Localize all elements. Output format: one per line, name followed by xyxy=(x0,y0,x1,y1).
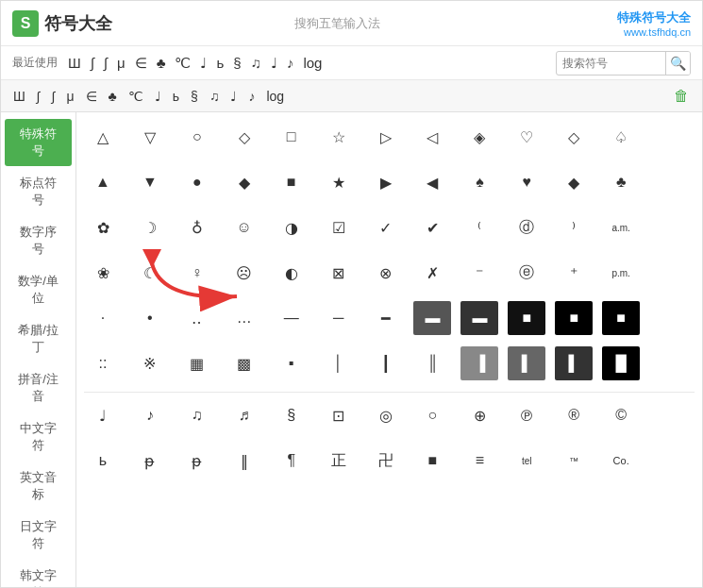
symbol-cell[interactable]: ь xyxy=(84,444,122,478)
recent-sym[interactable]: ℃ xyxy=(172,54,193,73)
symbol-cell[interactable]: ※ xyxy=(131,346,169,380)
symbol-cell[interactable]: ® xyxy=(555,398,593,432)
symbol-cell[interactable]: 正 xyxy=(320,444,358,478)
symbol-cell[interactable]: ☑ xyxy=(320,210,358,244)
symbol-cell[interactable]: • xyxy=(131,301,169,335)
toolbar-sym[interactable]: Ш xyxy=(8,87,30,106)
toolbar-sym[interactable]: ♩ xyxy=(150,87,166,106)
recent-sym[interactable]: μ xyxy=(114,54,128,72)
symbol-cell[interactable]: ┃ xyxy=(367,346,405,380)
symbol-cell[interactable]: │ xyxy=(320,346,358,380)
symbol-cell[interactable]: ▪ xyxy=(273,346,310,380)
recent-sym[interactable]: ∈ xyxy=(132,54,150,73)
sidebar-item-punctuation[interactable]: 标点符号 xyxy=(5,168,72,215)
recent-sym[interactable]: Ш xyxy=(65,54,84,72)
symbol-cell[interactable]: § xyxy=(273,398,310,432)
symbol-cell[interactable]: ◈ xyxy=(460,120,498,154)
symbol-cell[interactable]: ♡ xyxy=(508,120,545,154)
symbol-cell[interactable]: ■ xyxy=(508,301,545,335)
symbol-cell[interactable]: … xyxy=(226,301,263,335)
recent-sym[interactable]: ь xyxy=(213,54,226,72)
symbol-cell[interactable]: ◀ xyxy=(413,165,451,199)
symbol-cell[interactable]: ◁ xyxy=(413,120,451,154)
toolbar-sym[interactable]: ♫ xyxy=(205,87,225,106)
sidebar-item-greek[interactable]: 希腊/拉丁 xyxy=(5,315,72,362)
symbol-cell[interactable]: a.m. xyxy=(602,210,640,244)
symbol-cell[interactable]: ─ xyxy=(320,301,358,335)
symbol-cell[interactable]: ♀ xyxy=(178,256,216,290)
symbol-cell[interactable]: █ xyxy=(602,346,640,380)
symbol-cell[interactable]: — xyxy=(273,301,310,335)
symbol-cell[interactable]: ▷ xyxy=(367,120,405,154)
symbol-cell[interactable]: ✗ xyxy=(413,256,451,290)
sidebar-item-pinyin[interactable]: 拼音/注音 xyxy=(5,364,72,412)
symbol-cell[interactable]: ♪ xyxy=(131,398,169,432)
sidebar-item-phonetic[interactable]: 英文音标 xyxy=(5,462,72,510)
symbol-cell[interactable]: ⓓ xyxy=(508,210,545,244)
symbol-cell[interactable]: ¶ xyxy=(273,444,310,478)
symbol-cell[interactable]: ♁ xyxy=(178,210,216,244)
toolbar-sym[interactable]: ∫ xyxy=(47,87,60,106)
recent-sym[interactable]: § xyxy=(230,54,243,72)
sidebar-item-korean[interactable]: 韩文字符 xyxy=(5,561,72,587)
toolbar-sym[interactable]: ь xyxy=(168,87,184,106)
sidebar-item-math[interactable]: 数学/单位 xyxy=(5,266,72,313)
content-area[interactable]: △ ▽ ○ ◇ □ ☆ ▷ ◁ ◈ ♡ ◇ ♤ ▲ ▼ ● ◆ ■ ★ xyxy=(76,112,702,587)
symbol-cell[interactable]: ▌ xyxy=(555,346,593,380)
symbol-cell[interactable]: ⊕ xyxy=(460,398,498,432)
symbol-cell[interactable]: ■ xyxy=(602,301,640,335)
recent-sym[interactable]: ♣ xyxy=(154,54,169,72)
toolbar-sym[interactable]: μ xyxy=(62,87,79,106)
symbol-cell[interactable]: ♩ xyxy=(84,398,122,432)
recent-sym[interactable]: ♫ xyxy=(248,54,264,72)
symbol-cell[interactable]: ▩ xyxy=(226,346,263,380)
toolbar-sym[interactable]: log xyxy=(261,87,289,106)
symbol-cell[interactable]: ◆ xyxy=(555,165,593,199)
toolbar-sym[interactable]: ♪ xyxy=(243,87,259,106)
recent-sym[interactable]: ∫ xyxy=(101,54,110,72)
symbol-cell[interactable]: ♬ xyxy=(226,398,263,432)
symbol-cell[interactable]: ▌ xyxy=(508,346,545,380)
symbol-cell[interactable]: ▼ xyxy=(131,165,169,199)
symbol-cell[interactable]: ◇ xyxy=(226,120,263,154)
recent-sym[interactable]: ♩ xyxy=(197,54,209,73)
symbol-cell[interactable]: ◇ xyxy=(555,120,593,154)
symbol-cell[interactable]: ○ xyxy=(413,398,451,432)
symbol-cell[interactable]: ℗ xyxy=(508,398,545,432)
symbol-cell[interactable]: ⁽ xyxy=(460,210,498,244)
symbol-cell[interactable]: ⊠ xyxy=(320,256,358,290)
sidebar-item-japanese[interactable]: 日文字符 xyxy=(5,512,72,559)
symbol-cell[interactable]: □ xyxy=(273,120,310,154)
symbol-cell[interactable]: ⁻ xyxy=(460,256,498,290)
symbol-cell[interactable]: ✓ xyxy=(367,210,405,244)
symbol-cell[interactable]: tel xyxy=(508,444,545,478)
symbol-cell[interactable]: Co. xyxy=(602,444,640,478)
symbol-cell[interactable]: ♥ xyxy=(508,165,545,199)
symbol-cell[interactable]: ≡ xyxy=(460,444,498,478)
symbol-cell[interactable]: · xyxy=(84,301,122,335)
toolbar-sym[interactable]: ♩ xyxy=(226,87,242,106)
symbol-cell[interactable]: ✿ xyxy=(84,210,122,244)
sidebar-item-chinese[interactable]: 中文字符 xyxy=(5,413,72,461)
symbol-cell[interactable]: △ xyxy=(84,120,122,154)
symbol-cell[interactable]: © xyxy=(602,398,640,432)
symbol-cell[interactable]: ☆ xyxy=(320,120,358,154)
recent-sym[interactable]: ∫ xyxy=(88,54,97,72)
toolbar-sym[interactable]: § xyxy=(186,87,203,106)
symbol-cell[interactable]: ◆ xyxy=(226,165,263,199)
symbol-cell[interactable]: ◎ xyxy=(367,398,405,432)
symbol-cell[interactable]: ◐ xyxy=(273,256,310,290)
toolbar-sym[interactable]: ∈ xyxy=(81,87,102,106)
symbol-cell[interactable]: ⁾ xyxy=(555,210,593,244)
symbol-cell[interactable]: ❀ xyxy=(84,256,122,290)
symbol-cell[interactable]: ☺ xyxy=(226,210,263,244)
symbol-cell[interactable]: ™ xyxy=(555,444,593,478)
symbol-cell[interactable]: ☹ xyxy=(226,256,263,290)
symbol-cell[interactable]: ▶ xyxy=(367,165,405,199)
symbol-cell[interactable]: ▐ xyxy=(460,346,498,380)
symbol-cell[interactable]: ⓔ xyxy=(508,256,545,290)
symbol-cell[interactable]: ⊗ xyxy=(367,256,405,290)
symbol-cell[interactable]: ‥ xyxy=(178,301,216,335)
clear-button[interactable]: 🗑 xyxy=(668,86,695,107)
symbol-cell[interactable]: ☽ xyxy=(131,210,169,244)
